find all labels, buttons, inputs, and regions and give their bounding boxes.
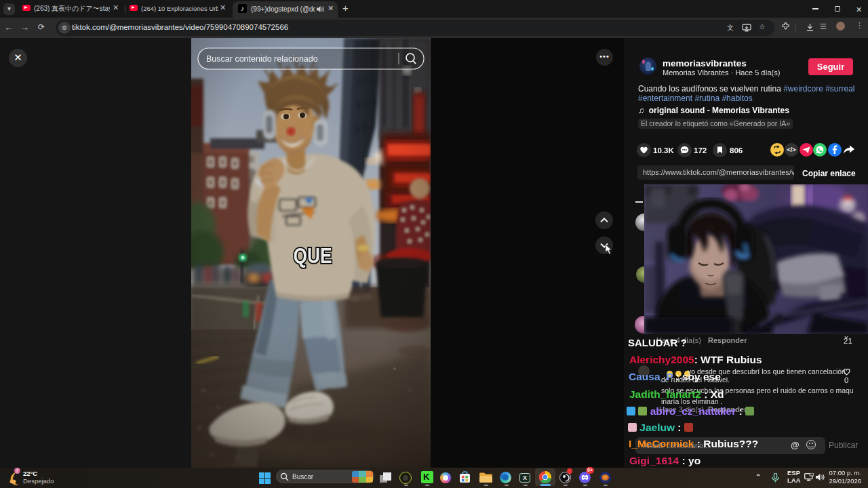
svg-text:Buscar contenido relacionado: Buscar contenido relacionado [206, 54, 318, 64]
